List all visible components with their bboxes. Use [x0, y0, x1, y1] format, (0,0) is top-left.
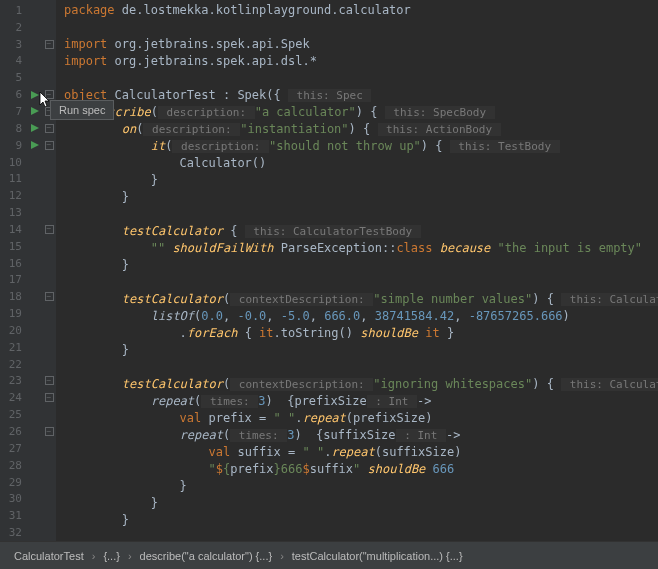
line-number: 13: [0, 206, 28, 219]
run-gutter-icon[interactable]: [28, 140, 42, 150]
fold-icon[interactable]: −: [45, 427, 54, 436]
breadcrumb-item[interactable]: testCalculator("multiplication...) {...}: [286, 548, 469, 564]
line-number: 24: [0, 391, 28, 404]
breadcrumb-item[interactable]: CalculatorTest: [8, 548, 90, 564]
line-number: 26: [0, 425, 28, 438]
line-number: 17: [0, 273, 28, 286]
fold-icon[interactable]: −: [45, 90, 54, 99]
chevron-right-icon: ›: [280, 550, 284, 562]
fold-icon[interactable]: −: [45, 393, 54, 402]
line-number: 12: [0, 189, 28, 202]
line-number: 7: [0, 105, 28, 118]
line-number: 25: [0, 408, 28, 421]
line-number: 14: [0, 223, 28, 236]
fold-icon[interactable]: −: [45, 376, 54, 385]
line-number: 19: [0, 307, 28, 320]
line-number: 30: [0, 492, 28, 505]
line-number: 5: [0, 71, 28, 84]
fold-icon[interactable]: −: [45, 124, 54, 133]
line-number: 9: [0, 139, 28, 152]
chevron-right-icon: ›: [92, 550, 96, 562]
line-number: 16: [0, 257, 28, 270]
run-spec-tooltip: Run spec: [50, 100, 114, 120]
svg-marker-2: [31, 124, 39, 132]
breadcrumb-item[interactable]: describe("a calculator") {...}: [134, 548, 279, 564]
line-number: 1: [0, 4, 28, 17]
line-number: 20: [0, 324, 28, 337]
breadcrumb-item[interactable]: {...}: [97, 548, 126, 564]
svg-marker-3: [31, 141, 39, 149]
chevron-right-icon: ›: [128, 550, 132, 562]
svg-marker-1: [31, 107, 39, 115]
line-number: 6: [0, 88, 28, 101]
line-number: 28: [0, 459, 28, 472]
line-number: 3: [0, 38, 28, 51]
line-number: 32: [0, 526, 28, 539]
gutter: 1 2 3− 4 5 6− 7− 8− 9− 10 11 12 13 14− 1…: [0, 0, 56, 541]
run-gutter-icon[interactable]: [28, 90, 42, 100]
code-area[interactable]: package de.lostmekka.kotlinplayground.ca…: [56, 0, 658, 541]
line-number: 21: [0, 341, 28, 354]
fold-icon[interactable]: −: [45, 141, 54, 150]
line-number: 2: [0, 21, 28, 34]
line-number: 29: [0, 476, 28, 489]
run-gutter-icon[interactable]: [28, 123, 42, 133]
fold-icon[interactable]: −: [45, 40, 54, 49]
line-number: 22: [0, 358, 28, 371]
editor: 1 2 3− 4 5 6− 7− 8− 9− 10 11 12 13 14− 1…: [0, 0, 658, 541]
svg-marker-0: [31, 91, 39, 99]
line-number: 8: [0, 122, 28, 135]
line-number: 10: [0, 156, 28, 169]
line-number: 27: [0, 442, 28, 455]
line-number: 4: [0, 54, 28, 67]
line-number: 31: [0, 509, 28, 522]
breadcrumbs: CalculatorTest › {...} › describe("a cal…: [0, 541, 658, 569]
line-number: 15: [0, 240, 28, 253]
fold-icon[interactable]: −: [45, 292, 54, 301]
line-number: 11: [0, 172, 28, 185]
line-number: 18: [0, 290, 28, 303]
run-gutter-icon[interactable]: [28, 106, 42, 116]
line-number: 23: [0, 374, 28, 387]
fold-icon[interactable]: −: [45, 225, 54, 234]
